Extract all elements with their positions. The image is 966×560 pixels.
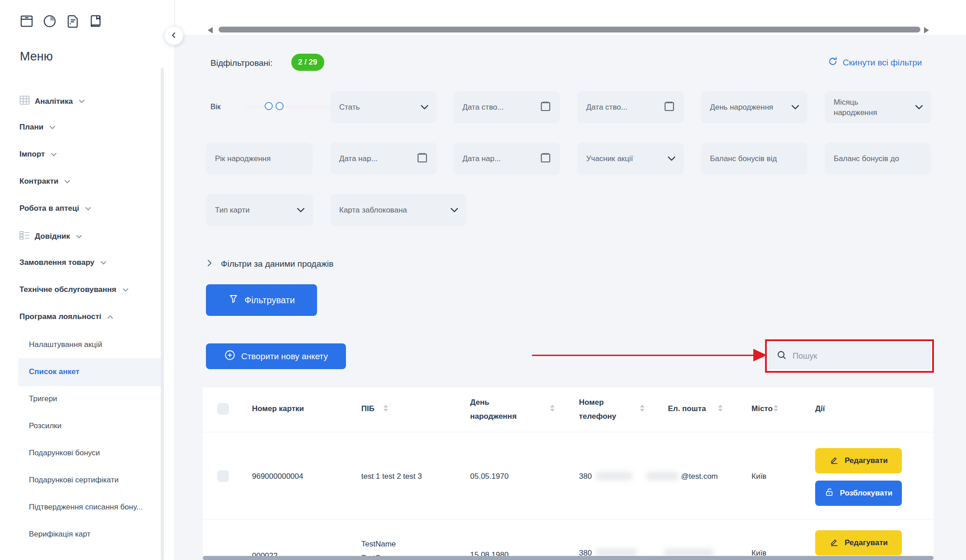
sidebar-item-analytics[interactable]: Аналітика	[19, 96, 85, 107]
unlock-icon	[825, 487, 835, 500]
search-field[interactable]	[769, 343, 930, 369]
sidebar-item-gift-certificates[interactable]: Подарункові сертифікати	[29, 476, 119, 485]
birth-month-select[interactable]: Місяць народження	[825, 91, 931, 123]
column-header-name: ПІБ	[361, 404, 374, 413]
menu-title: Меню	[20, 50, 53, 64]
sidebar-item-directory[interactable]: Довідник	[19, 231, 82, 242]
cell-card-number: 969000000004	[252, 472, 303, 481]
sidebar-item-gift-bonuses[interactable]: Подарункові бонуси	[29, 449, 100, 458]
chevron-down-icon	[49, 125, 56, 130]
column-header-email: Ел. пошта	[668, 404, 706, 413]
bonus-balance-to-input[interactable]: Баланс бонусів до	[825, 143, 931, 175]
plus-circle-icon	[224, 349, 236, 363]
age-slider-handle-max[interactable]	[275, 102, 284, 110]
table-divider	[203, 432, 933, 432]
sidebar-item-bonus-writeoff-confirmation[interactable]: Підтвердження списання бону...	[29, 503, 143, 512]
chevron-down-icon	[100, 261, 107, 265]
chevron-down-icon	[297, 206, 305, 215]
annotation-arrow-line	[532, 355, 756, 356]
sort-icon-city[interactable]	[774, 405, 778, 412]
sales-filters-toggle[interactable]: Фільтри за даними продажів	[206, 259, 333, 269]
sidebar-item-import[interactable]: Імпорт	[19, 150, 57, 159]
chevron-up-icon	[107, 315, 113, 319]
birth-year-input[interactable]: Рік народження	[206, 143, 313, 175]
sidebar-item-card-verification[interactable]: Верифікація карт	[29, 530, 90, 539]
creation-date-from-picker[interactable]: Дата ство...	[453, 91, 560, 123]
sidebar-item-mailings[interactable]: Розсилки	[29, 421, 61, 430]
pencil-icon	[829, 537, 839, 549]
sidebar-item-maintenance[interactable]: Технічне обслуговування	[19, 285, 129, 294]
bonus-balance-from-input[interactable]: Баланс бонусів від	[701, 143, 807, 175]
birth-date-to-picker[interactable]: Дата нар...	[453, 143, 560, 175]
sort-icon-dob[interactable]	[550, 405, 555, 412]
card-blocked-select[interactable]: Карта заблокована	[330, 194, 467, 226]
sidebar-item-goods-order[interactable]: Замовлення товару	[19, 258, 107, 267]
chevron-down-icon	[791, 103, 799, 112]
create-questionnaire-button[interactable]: Створити нову анкету	[206, 343, 346, 369]
column-header-card: Номер картки	[252, 404, 304, 413]
pencil-icon	[829, 455, 839, 467]
book-icon[interactable]	[88, 14, 103, 29]
list-icon	[19, 231, 30, 242]
birth-day-select[interactable]: День народження	[701, 91, 807, 123]
sidebar-collapse-button[interactable]	[164, 26, 183, 45]
sort-icon-name[interactable]	[383, 405, 388, 412]
sort-icon-email[interactable]	[718, 405, 723, 412]
chevron-right-icon	[206, 259, 213, 269]
sidebar-item-plans[interactable]: Плани	[19, 123, 56, 132]
hscroll-right-arrow-icon[interactable]	[924, 27, 929, 33]
chevron-down-icon	[85, 207, 91, 211]
calendar-icon	[663, 100, 676, 115]
hscroll-left-arrow-icon[interactable]	[208, 27, 213, 33]
promo-participant-select[interactable]: Учасник акції	[577, 143, 684, 175]
age-range-slider-track	[246, 106, 343, 108]
sidebar-item-contracts[interactable]: Контракти	[19, 177, 70, 186]
funnel-icon	[228, 294, 239, 307]
sidebar-scrollbar[interactable]	[161, 68, 164, 560]
box-icon[interactable]	[19, 14, 34, 29]
document-icon[interactable]	[65, 14, 80, 29]
search-input[interactable]	[792, 351, 915, 361]
filtered-count-badge: 2 / 29	[291, 54, 324, 71]
annotation-highlight-box	[765, 339, 934, 373]
sidebar-item-questionnaire-list[interactable]: Список анкет	[29, 367, 79, 376]
chevron-down-icon	[420, 103, 429, 112]
chevron-down-icon	[79, 99, 85, 103]
chevron-down-icon	[667, 154, 676, 163]
filter-button[interactable]: Фільтрувати	[206, 284, 317, 316]
chevron-down-icon	[122, 288, 129, 292]
pie-chart-icon[interactable]	[42, 14, 57, 29]
edit-button[interactable]: Редагувати	[815, 530, 902, 555]
calendar-icon	[539, 151, 552, 166]
chevron-down-icon	[915, 103, 923, 112]
chevron-left-icon	[171, 32, 177, 40]
table-divider	[203, 519, 933, 519]
refresh-icon	[827, 56, 838, 69]
age-slider-handle-min[interactable]	[265, 102, 273, 110]
edit-button[interactable]: Редагувати	[815, 448, 902, 473]
sidebar-item-triggers[interactable]: Тригери	[29, 394, 57, 403]
cell-email: @test.com	[681, 472, 718, 481]
table-horizontal-scrollbar[interactable]	[203, 556, 933, 560]
creation-date-to-picker[interactable]: Дата ство...	[577, 91, 684, 123]
reset-all-filters-button[interactable]: Скинути всі фільтри	[827, 56, 922, 69]
unlock-button[interactable]: Розблокувати	[815, 481, 902, 506]
column-header-actions: Дії	[815, 404, 825, 413]
horizontal-scrollbar-thumb[interactable]	[219, 27, 920, 32]
chevron-down-icon	[64, 180, 70, 184]
sort-icon-phone[interactable]	[640, 405, 644, 412]
column-header-city: Місто	[751, 404, 773, 413]
sidebar-item-promo-settings[interactable]: Налаштування акцій	[29, 340, 102, 349]
filtered-label: Відфільтровані:	[210, 58, 273, 68]
column-header-dob: День народження	[470, 395, 530, 423]
select-all-checkbox[interactable]	[217, 403, 229, 415]
grid-icon	[19, 96, 30, 107]
card-type-select[interactable]: Тип карти	[206, 194, 313, 226]
search-icon	[776, 350, 787, 362]
birth-date-from-picker[interactable]: Дата нар...	[330, 143, 437, 175]
sidebar-item-pharmacy-work[interactable]: Робота в аптеці	[19, 204, 91, 213]
row-checkbox[interactable]	[217, 470, 229, 482]
cell-phone: 380	[579, 472, 592, 481]
sidebar-item-loyalty-program[interactable]: Програма лояльності	[19, 312, 113, 321]
gender-select[interactable]: Стать	[330, 91, 437, 123]
